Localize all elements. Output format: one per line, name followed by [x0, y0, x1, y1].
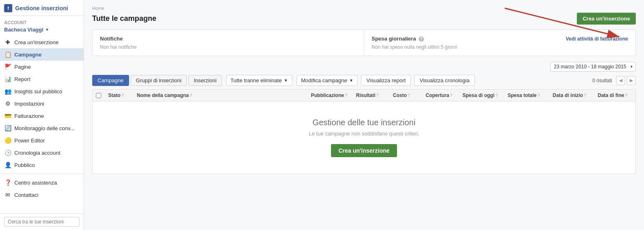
sidebar-item-pagine[interactable]: 🚩 Pagine [0, 61, 84, 73]
page-title-row: Tutte le campagne Crea un'inserzione [84, 13, 644, 29]
th-costo: Costo ? [390, 92, 422, 98]
pagination-prev[interactable]: ◀ [616, 76, 625, 85]
facebook-icon: f [4, 4, 12, 12]
nome-help-icon[interactable]: ? [190, 93, 192, 98]
stato-help-icon[interactable]: ? [121, 93, 124, 98]
sidebar-item-power-editor[interactable]: 🟡 Power Editor [0, 134, 84, 147]
sidebar-item-label: Centro assistenza [14, 180, 57, 186]
th-spesa-totale: Spesa totale ? [504, 92, 549, 98]
ris-help-icon[interactable]: ? [376, 93, 379, 98]
filter-dropdown-arrow: ▼ [284, 78, 288, 83]
spoggi-help-icon[interactable]: ? [495, 93, 498, 98]
sidebar-item-label: Crea un'inserzione [14, 39, 59, 45]
th-risultati: Risultati ? [353, 92, 390, 98]
notifications-col: Notifiche Non hai notifiche [93, 30, 364, 56]
filter-dropdown[interactable]: Tutte tranne eliminate ▼ [226, 75, 293, 86]
monitoraggio-icon: 🔄 [4, 124, 11, 132]
modifica-dropdown[interactable]: Modifica campagne ▼ [297, 75, 358, 86]
sidebar-item-label: Fatturazione [14, 113, 44, 119]
table-header-row: Stato ? Nome della campagna ? Pubblicazi… [93, 90, 635, 101]
sidebar-item-fatturazione[interactable]: 💳 Fatturazione [0, 110, 84, 122]
spending-help-icon[interactable]: ? [419, 36, 424, 42]
search-input[interactable] [4, 217, 79, 227]
create-icon: ✚ [4, 38, 11, 46]
th-stato: Stato ? [105, 92, 134, 98]
sidebar-item-label: Pubblico [14, 162, 35, 168]
sidebar-item-label: Impostazioni [14, 101, 44, 107]
th-data-fine: Data di fine ? [594, 92, 635, 98]
sidebar-item-impostazioni[interactable]: ⚙ Impostazioni [0, 97, 84, 110]
sidebar-item-cronologia[interactable]: 🕒 Cronologia account [0, 147, 84, 159]
create-insertion-button-empty[interactable]: Crea un'inserzione [331, 144, 397, 157]
visualizza-cronologia-button[interactable]: Visualizza cronologia [414, 75, 475, 86]
notifications-value: Non hai notifiche [100, 44, 356, 50]
date-range-wrapper: 23 marzo 2010 - 18 maggio 2015 [550, 62, 636, 72]
campagne-icon: 📋 [4, 51, 11, 58]
cronologia-icon: 🕒 [4, 149, 11, 156]
pubblico-icon: 👤 [4, 161, 11, 169]
select-all-checkbox[interactable] [96, 93, 101, 98]
sidebar-item-campagne[interactable]: 📋 Campagne [0, 48, 84, 61]
account-section-label: Account [0, 16, 84, 26]
account-name[interactable]: Bacheca Viaggi ▼ [0, 26, 84, 36]
sidebar-item-crea-inserzione[interactable]: ✚ Crea un'inserzione [0, 36, 84, 48]
th-data-inizio: Data di inizio ? [549, 92, 594, 98]
result-count: 0 risultati [592, 78, 612, 83]
date-range-row: 23 marzo 2010 - 18 maggio 2015 [84, 60, 644, 75]
tab-inserzioni[interactable]: Inserzioni [188, 75, 222, 86]
search-container [0, 214, 84, 230]
datafin-help-icon[interactable]: ? [625, 93, 628, 98]
th-spesa-oggi: Spesa di oggi ? [459, 92, 504, 98]
th-copertura: Copertura ? [422, 92, 459, 98]
create-insertion-button-top[interactable]: Crea un'inserzione [577, 13, 636, 25]
sidebar: f Gestione inserzioni Account Bacheca Vi… [0, 0, 84, 230]
visualizza-report-button[interactable]: Visualizza report [361, 75, 411, 86]
sidebar-item-label: Contattaci [14, 192, 39, 198]
modifica-dropdown-arrow: ▼ [349, 78, 353, 83]
sidebar-item-label: Insights sul pubblico [14, 88, 62, 95]
fatturazione-icon: 💳 [4, 112, 11, 120]
app-title: Gestione inserzioni [15, 5, 68, 11]
empty-subtitle: Le tue campagne non soddisfano questi cr… [101, 131, 627, 137]
insights-icon: 👥 [4, 88, 11, 95]
sidebar-item-centro-assistenza[interactable]: ❓ Centro assistenza [0, 176, 84, 189]
sidebar-item-contattaci[interactable]: ✉ Contattaci [0, 189, 84, 201]
pagination-next[interactable]: ▶ [627, 76, 636, 85]
th-pubblicazione: Pubblicazione ? [308, 92, 353, 98]
impostazioni-icon: ⚙ [4, 100, 11, 107]
empty-title: Gestione delle tue inserzioni [101, 118, 627, 127]
th-nome: Nome della campagna ? [134, 92, 308, 98]
billing-activity-link[interactable]: Vedi attività di fatturazione [566, 36, 628, 42]
spending-value: Non hai speso nulla negli ultimi 5 giorn… [372, 44, 628, 50]
cop-help-icon[interactable]: ? [450, 93, 452, 98]
sidebar-item-pubblico[interactable]: 👤 Pubblico [0, 159, 84, 171]
sidebar-item-label: Cronologia account [14, 150, 60, 156]
tab-campagne[interactable]: Campagne [92, 75, 129, 86]
costo-help-icon[interactable]: ? [408, 93, 410, 98]
power-editor-icon: 🟡 [4, 137, 11, 144]
sidebar-header: f Gestione inserzioni [0, 0, 84, 16]
datain-help-icon[interactable]: ? [584, 93, 586, 98]
sidebar-divider [0, 174, 84, 174]
sidebar-item-label: Campagne [14, 52, 41, 58]
main-content: Home Tutte le campagne Crea un'inserzion… [84, 0, 644, 230]
notifications-header: Notifiche [100, 36, 356, 42]
empty-state: Gestione delle tue inserzioni Le tue cam… [93, 101, 635, 174]
sidebar-item-insights[interactable]: 👥 Insights sul pubblico [0, 85, 84, 97]
info-panel: Notifiche Non hai notifiche Spesa giorna… [92, 29, 636, 56]
date-range-select[interactable]: 23 marzo 2010 - 18 maggio 2015 [550, 62, 636, 72]
report-icon: 📊 [4, 75, 11, 83]
sidebar-item-label: Power Editor [14, 138, 45, 144]
sidebar-item-monitoraggio[interactable]: 🔄 Monitoraggio delle conv... [0, 122, 84, 134]
contact-icon: ✉ [4, 191, 11, 198]
spending-header: Spesa giornaliera ? Vedi attività di fat… [372, 36, 628, 42]
tab-bar: Campagne Gruppi di inserzioni Inserzioni… [84, 75, 644, 86]
spotot-help-icon[interactable]: ? [537, 93, 540, 98]
spending-col: Spesa giornaliera ? Vedi attività di fat… [364, 30, 635, 56]
sidebar-item-label: Pagine [14, 64, 31, 70]
pub-help-icon[interactable]: ? [345, 93, 347, 98]
breadcrumb: Home [84, 0, 644, 13]
th-checkbox [93, 92, 105, 98]
sidebar-item-report[interactable]: 📊 Report [0, 73, 84, 85]
tab-gruppi[interactable]: Gruppi di inserzioni [131, 75, 187, 86]
